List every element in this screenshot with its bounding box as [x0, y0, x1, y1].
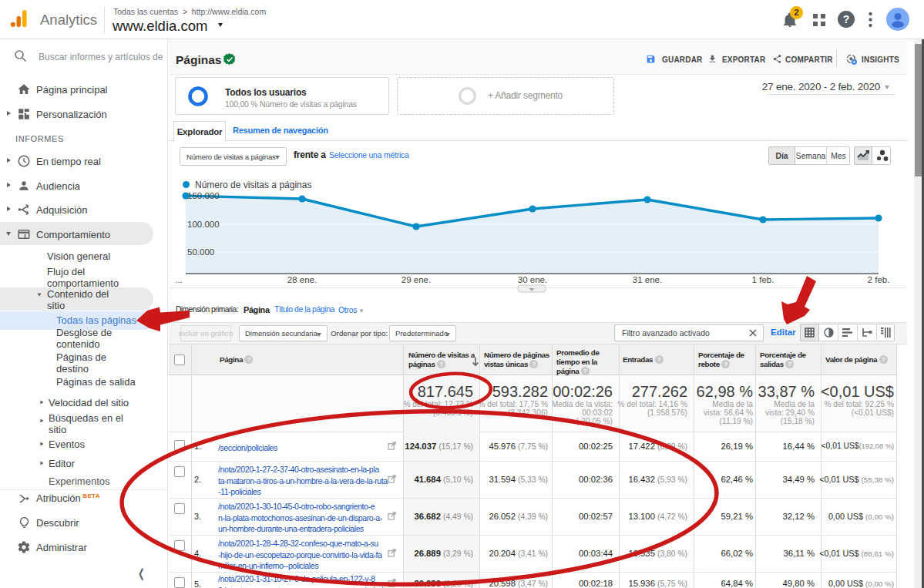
- svg-text:100.000: 100.000: [187, 220, 220, 229]
- svg-text:30 ene.: 30 ene.: [518, 275, 547, 284]
- svg-text:150.000: 150.000: [187, 191, 220, 200]
- svg-text:50.000: 50.000: [187, 247, 214, 257]
- svg-text:28 ene.: 28 ene.: [287, 275, 317, 284]
- svg-text:29 ene.: 29 ene.: [402, 275, 431, 284]
- svg-text:2 feb.: 2 feb.: [868, 275, 890, 284]
- svg-text:...: ...: [175, 275, 183, 284]
- svg-text:31 ene.: 31 ene.: [633, 275, 662, 284]
- svg-text:1 feb.: 1 feb.: [752, 275, 774, 284]
